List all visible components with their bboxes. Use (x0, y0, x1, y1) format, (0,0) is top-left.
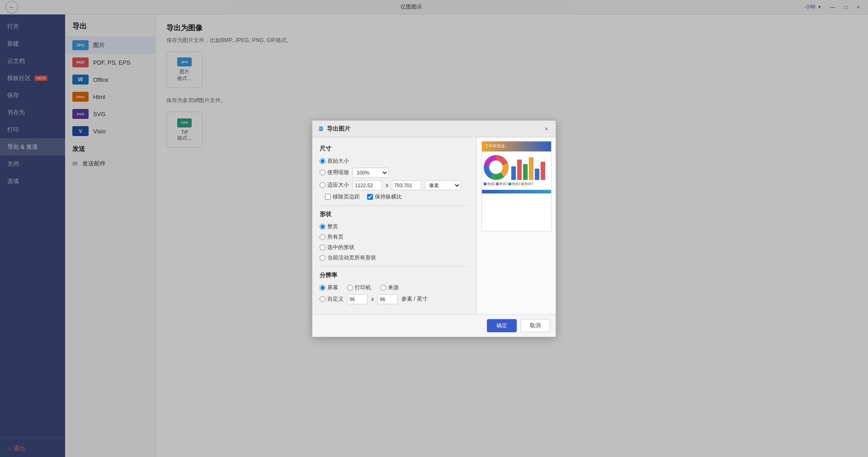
modal-overlay: 🗎 导出图片 × 尺寸 原始大小 使 (0, 0, 868, 457)
scale-label[interactable]: 使用缩放 (320, 169, 349, 176)
allpages-radio[interactable] (320, 234, 326, 240)
preview-legend: 数据1 数据2 数据3 (484, 182, 549, 186)
preview-charts-row (484, 155, 549, 180)
scale-select[interactable]: 100% 50% 200% (353, 168, 389, 178)
modal-body: 尺寸 原始大小 使用缩放 100% 50% 200% (312, 137, 556, 314)
modal-footer: 确定 取消 (312, 314, 556, 337)
export-dialog: 🗎 导出图片 × 尺寸 原始大小 使 (312, 120, 556, 337)
legend-dot-3 (509, 183, 511, 185)
custom-resolution-row: 自定义 x 参素 / 英寸 (320, 294, 469, 304)
keep-ratio-label[interactable]: 保持纵横比 (367, 193, 402, 201)
shape-wholepage-row: 整页 (320, 223, 469, 231)
adaptive-label[interactable]: 适应大小 (320, 181, 349, 189)
selected-radio[interactable] (320, 245, 326, 250)
donut-hole (489, 160, 503, 174)
modal-form: 尺寸 原始大小 使用缩放 100% 50% 200% (312, 137, 476, 314)
allpages-label[interactable]: 所有页 (320, 233, 344, 241)
form-divider-2 (320, 266, 469, 267)
legend-2: 数据2 (496, 182, 508, 186)
shape-selected-row: 选中的形状 (320, 244, 469, 251)
legend-dot-2 (496, 183, 499, 185)
screen-radio[interactable] (320, 285, 326, 291)
preview-chart: 下半年营业... (481, 141, 552, 231)
size-section-title: 尺寸 (320, 145, 469, 153)
printer-radio[interactable] (347, 285, 353, 291)
selected-shapes-label[interactable]: 选中的形状 (320, 244, 354, 251)
bar-5 (535, 169, 539, 180)
legend-4: 数据4 (521, 182, 533, 186)
resolution-row: 屏幕 打印机 来源 (320, 284, 469, 292)
bar-3 (523, 164, 528, 180)
width-input[interactable] (353, 180, 382, 190)
donut-chart (484, 155, 509, 180)
modal-title: 🗎 导出图片 (318, 125, 350, 133)
legend-3: 数据3 (509, 182, 520, 186)
shape-allpages-row: 所有页 (320, 233, 469, 241)
wholepage-radio[interactable] (320, 224, 326, 230)
preview-footer (482, 190, 551, 193)
form-divider-1 (320, 205, 469, 206)
cancel-button[interactable]: 取消 (520, 319, 550, 332)
wholepage-label[interactable]: 整页 (320, 223, 338, 231)
legend-dot-4 (521, 183, 524, 185)
shape-active-row: 当前活动页所有形状 (320, 254, 469, 262)
preview-header: 下半年营业... (482, 141, 551, 151)
keep-ratio-checkbox[interactable] (367, 194, 373, 200)
modal-header: 🗎 导出图片 × (312, 121, 556, 137)
bar-2 (517, 160, 522, 180)
height-input[interactable] (392, 180, 421, 190)
bar-1 (511, 166, 516, 180)
modal-close-button[interactable]: × (543, 124, 550, 133)
original-size-radio[interactable] (320, 158, 326, 164)
custom-radio[interactable] (320, 296, 326, 302)
preview-title: 下半年营业... (485, 143, 509, 149)
size-x: x (386, 182, 388, 188)
active-shapes-label[interactable]: 当前活动页所有形状 (320, 254, 376, 262)
bar-4 (529, 157, 533, 180)
res-y-input[interactable] (377, 294, 398, 304)
source-radio[interactable] (380, 285, 386, 291)
margin-row: 移除页边距 保持纵横比 (325, 193, 469, 201)
unit-select[interactable]: 像素 毫米 (425, 180, 461, 190)
remove-margin-checkbox[interactable] (325, 194, 331, 200)
resolution-section-title: 分辨率 (320, 271, 469, 279)
active-radio[interactable] (320, 255, 326, 261)
printer-label[interactable]: 打印机 (347, 284, 371, 292)
res-x-icon: x (371, 296, 374, 302)
scale-radio[interactable] (320, 170, 326, 175)
remove-margin-label[interactable]: 移除页边距 (325, 193, 360, 201)
legend-1: 数据1 (484, 182, 495, 186)
bar-6 (541, 162, 545, 180)
size-adaptive-row: 适应大小 x 像素 毫米 (320, 180, 469, 190)
modal-preview: 下半年营业... (476, 137, 556, 314)
source-label[interactable]: 来源 (380, 284, 399, 292)
custom-label[interactable]: 自定义 (320, 295, 344, 303)
original-size-label[interactable]: 原始大小 (320, 157, 349, 165)
preview-body: 数据1 数据2 数据3 (482, 151, 551, 188)
adaptive-radio[interactable] (320, 182, 326, 188)
size-scale-row: 使用缩放 100% 50% 200% (320, 168, 469, 178)
confirm-button[interactable]: 确定 (487, 319, 517, 332)
res-unit: 参素 / 英寸 (401, 295, 428, 303)
modal-icon: 🗎 (318, 125, 324, 132)
legend-dot-1 (484, 183, 486, 185)
shape-section-title: 形状 (320, 210, 469, 218)
res-x-input[interactable] (347, 294, 368, 304)
bar-chart (510, 155, 549, 180)
size-original-row: 原始大小 (320, 157, 469, 165)
screen-label[interactable]: 屏幕 (320, 284, 338, 292)
